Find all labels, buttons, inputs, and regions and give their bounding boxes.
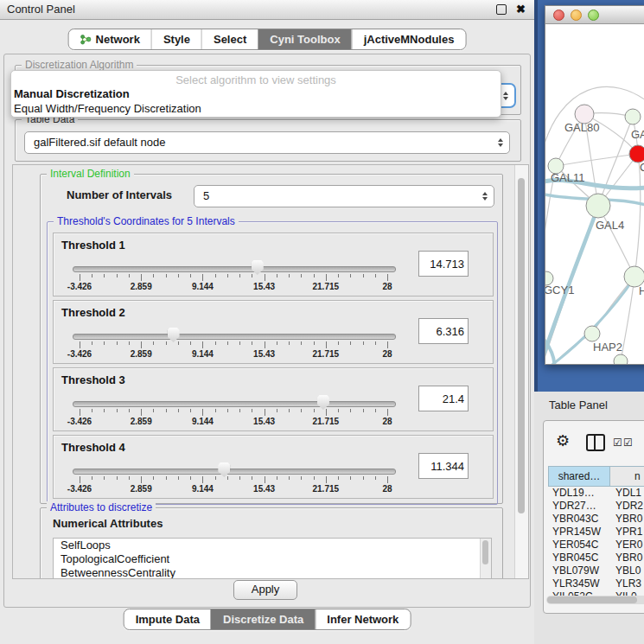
tick-mark	[326, 341, 327, 348]
tab-style[interactable]: Style	[151, 29, 201, 49]
network-node-hap2[interactable]	[584, 326, 600, 341]
panel-scrollbar[interactable]	[514, 165, 528, 578]
cell-shared-name[interactable]: YBL079W	[548, 564, 609, 577]
tick-mark	[252, 409, 252, 412]
network-node-gal4[interactable]	[586, 194, 610, 218]
threshold-value-field[interactable]	[418, 251, 469, 277]
apply-button[interactable]: Apply	[233, 580, 297, 600]
table-row[interactable]: YPR145WYPR1	[548, 526, 644, 539]
cell-name[interactable]: YER0	[609, 539, 644, 552]
tick-mark	[387, 341, 388, 348]
tick-mark	[265, 409, 265, 416]
dropdown-option-manual[interactable]: Manual Discretization	[11, 86, 501, 101]
attribute-item[interactable]: BetweennessCentrality	[54, 566, 491, 579]
tick-mark	[265, 274, 265, 281]
panel-scrollbar-thumb[interactable]	[518, 178, 525, 513]
tick-mark	[80, 409, 80, 416]
slider-thumb[interactable]	[218, 462, 230, 477]
tab-cyni-toolbox[interactable]: Cyni Toolbox	[258, 29, 351, 49]
table-data-group: Table Data galFiltered.sif default node	[15, 119, 521, 162]
number-of-intervals-combobox[interactable]: 5	[194, 185, 494, 207]
cell-shared-name[interactable]: YBR043C	[548, 513, 609, 526]
column-header-shared-name[interactable]: shared…	[549, 467, 610, 486]
tick-label: 9.144	[192, 484, 214, 494]
tick-label: 9.144	[192, 282, 214, 291]
tab-network[interactable]: Network	[69, 29, 151, 49]
tab-discretize-data[interactable]: Discretize Data	[211, 609, 315, 629]
slider-thumb[interactable]	[252, 260, 264, 275]
table-row[interactable]: YDL19…YDL1	[548, 487, 644, 500]
tick-mark	[104, 341, 105, 345]
tick-mark	[265, 341, 265, 348]
cell-shared-name[interactable]: YPR145W	[548, 526, 609, 539]
zoom-traffic-light[interactable]	[588, 10, 599, 21]
table-row[interactable]: YDR27…YDR2	[548, 500, 644, 513]
cell-name[interactable]: YPR1	[609, 526, 644, 539]
cell-shared-name[interactable]: YBR045C	[548, 552, 609, 564]
cell-name[interactable]: YLR3	[609, 577, 644, 590]
cell-shared-name[interactable]: YER054C	[548, 539, 609, 552]
network-node-c[interactable]	[629, 145, 644, 163]
close-traffic-light[interactable]	[553, 10, 564, 21]
float-window-icon[interactable]	[496, 4, 507, 15]
checkbox-icon[interactable]: ☑	[623, 437, 633, 448]
threshold-value-field[interactable]	[418, 318, 469, 344]
gear-icon[interactable]: ⚙	[556, 433, 570, 449]
cell-name[interactable]: YBR0	[609, 513, 644, 526]
column-header-name[interactable]: n	[610, 467, 644, 486]
tab-select[interactable]: Select	[201, 29, 258, 49]
cell-name[interactable]: YBR0	[609, 552, 644, 564]
attribute-item[interactable]: TopologicalCoefficient	[54, 552, 491, 566]
tab-impute-data[interactable]: Impute Data	[124, 609, 211, 629]
slider-track[interactable]	[73, 401, 396, 407]
cell-shared-name[interactable]: YDL19…	[548, 487, 609, 500]
numerical-attributes-list[interactable]: SelfLoopsTopologicalCoefficientBetweenne…	[53, 538, 492, 579]
tab-label: Select	[214, 33, 246, 46]
cell-name[interactable]: YDL1	[609, 487, 644, 500]
threshold-value-field[interactable]	[418, 386, 469, 411]
tick-mark	[104, 476, 105, 480]
tick-mark	[104, 274, 105, 277]
slider-track[interactable]	[73, 334, 396, 340]
slider-thumb[interactable]	[317, 395, 329, 410]
checkbox-icon[interactable]: ☑	[613, 437, 622, 448]
table-data-combobox[interactable]: galFiltered.sif default node	[24, 131, 510, 154]
network-canvas[interactable]: GAL80GACGAL11GAL4GCY1HHAP2	[545, 24, 644, 364]
split-view-icon[interactable]	[586, 434, 605, 451]
table-row[interactable]: YBL079WYBL0	[548, 564, 644, 577]
tab-jactivemnodules[interactable]: jActiveMNodules	[352, 29, 466, 49]
dropdown-option-equal-width[interactable]: Equal Width/Frequency Discretization	[11, 101, 501, 116]
table-row[interactable]: YBR043CYBR0	[548, 513, 644, 526]
attribute-item[interactable]: SelfLoops	[54, 539, 491, 552]
network-node[interactable]	[614, 354, 628, 364]
screen: Control Panel ✖ NetworkStyleSelectCyni T…	[0, 0, 644, 644]
cell-shared-name[interactable]: YLR345W	[548, 577, 609, 590]
tick-mark	[104, 409, 105, 412]
threshold-value-field[interactable]	[418, 453, 469, 479]
minimize-traffic-light[interactable]	[571, 10, 582, 21]
network-node-ga[interactable]	[625, 109, 641, 124]
table-body: YDL19…YDL1YDR27…YDR2YBR043CYBR0YPR145WYP…	[548, 487, 644, 596]
cell-shared-name[interactable]: YDR27…	[548, 500, 609, 513]
tab-infer-network[interactable]: Infer Network	[315, 609, 410, 629]
table-hscrollbar-thumb[interactable]	[547, 596, 637, 603]
cell-name[interactable]: YBL0	[609, 564, 644, 577]
slider-track[interactable]	[73, 469, 396, 475]
close-icon[interactable]: ✖	[516, 5, 526, 14]
slider-ticks	[80, 341, 387, 349]
list-scrollbar[interactable]	[480, 539, 491, 579]
list-scrollbar-thumb[interactable]	[482, 540, 488, 564]
slider-track[interactable]	[73, 266, 396, 272]
panel-tab-bar: NetworkStyleSelectCyni ToolboxjActiveMNo…	[68, 29, 467, 50]
slider-thumb[interactable]	[168, 328, 180, 342]
tick-mark	[326, 409, 327, 416]
cell-name[interactable]: YDR2	[609, 500, 644, 513]
table-hscrollbar[interactable]	[546, 596, 644, 604]
table-panel-title: Table Panel	[549, 399, 608, 411]
tick-label: 21.715	[313, 349, 340, 359]
table-row[interactable]: YER054CYER0	[548, 539, 644, 552]
tick-mark	[153, 476, 154, 480]
table-row[interactable]: YBR045CYBR0	[548, 552, 644, 564]
titlebar-actions: ✖	[496, 0, 526, 19]
table-row[interactable]: YLR345WYLR3	[548, 577, 644, 590]
